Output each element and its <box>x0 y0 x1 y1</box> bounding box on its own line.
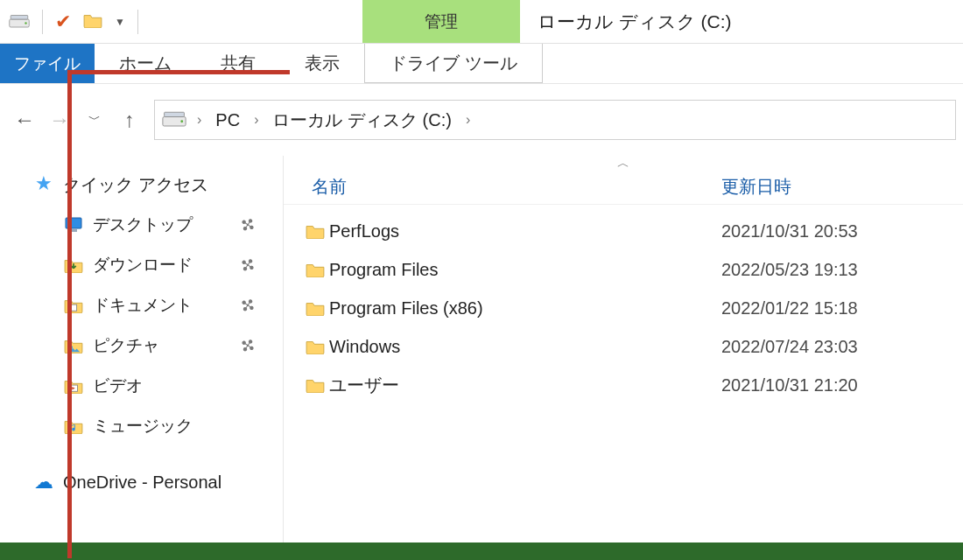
properties-icon[interactable]: ✔ <box>55 12 71 32</box>
folder-icon <box>284 223 329 239</box>
qat-dropdown-icon[interactable]: ▼ <box>115 16 125 28</box>
recent-locations-button[interactable]: ﹀ <box>77 112 112 128</box>
back-button[interactable]: ← <box>7 108 42 132</box>
tree-onedrive[interactable]: ☁ OneDrive - Personal <box>0 462 283 502</box>
file-date: 2021/10/31 21:20 <box>721 375 963 396</box>
main-area: ★ クイック アクセス デスクトップ ✣ ダウンロード ✣ ドキュメント ✣ ピ… <box>0 156 963 542</box>
separator <box>137 10 138 34</box>
file-date: 2021/10/31 20:53 <box>721 221 963 242</box>
file-row[interactable]: Program Files 2022/05/23 19:13 <box>284 250 963 289</box>
svg-rect-7 <box>70 229 77 232</box>
ribbon-tabs: ファイル ホーム 共有 表示 ドライブ ツール <box>0 44 963 84</box>
file-date: 2022/01/22 15:18 <box>721 298 963 318</box>
folder-icon <box>284 262 329 277</box>
documents-icon <box>63 296 84 315</box>
tree-label: クイック アクセス <box>63 173 208 197</box>
svg-rect-6 <box>66 218 81 228</box>
pin-icon: ✣ <box>235 332 260 358</box>
tree-label: ビデオ <box>93 374 143 397</box>
window-title: ローカル ディスク (C:) <box>520 0 963 43</box>
file-name: Windows <box>329 337 721 357</box>
breadcrumb-pc[interactable]: PC <box>210 110 245 130</box>
bottom-bar <box>0 542 963 560</box>
svg-rect-8 <box>70 304 76 311</box>
folder-icon <box>284 377 329 393</box>
downloads-icon <box>63 256 84 275</box>
tree-label: ドキュメント <box>93 294 193 317</box>
file-row[interactable]: PerfLogs 2021/10/31 20:53 <box>284 212 963 250</box>
context-tab-manage[interactable]: 管理 <box>362 0 520 43</box>
drive-icon <box>160 110 188 130</box>
tree-quick-access[interactable]: ★ クイック アクセス <box>0 164 283 205</box>
navigation-tree: ★ クイック アクセス デスクトップ ✣ ダウンロード ✣ ドキュメント ✣ ピ… <box>0 156 284 542</box>
file-name: Program Files <box>329 260 721 280</box>
breadcrumb[interactable]: › PC › ローカル ディスク (C:) › <box>154 100 956 140</box>
svg-point-1 <box>25 22 26 24</box>
forward-button[interactable]: → <box>42 108 77 132</box>
file-name: ユーザー <box>329 374 721 397</box>
tree-downloads[interactable]: ダウンロード ✣ <box>0 245 283 285</box>
tree-label: ダウンロード <box>93 254 193 276</box>
pictures-icon <box>63 336 84 355</box>
folder-icon <box>284 339 329 354</box>
tab-home[interactable]: ホーム <box>95 44 196 83</box>
breadcrumb-drive[interactable]: ローカル ディスク (C:) <box>267 108 456 132</box>
quick-access-toolbar: ✔ ▼ <box>0 0 147 43</box>
svg-rect-2 <box>11 15 28 19</box>
tree-videos[interactable]: ビデオ <box>0 366 283 406</box>
folder-icon[interactable] <box>83 12 102 31</box>
file-rows: PerfLogs 2021/10/31 20:53 Program Files … <box>284 205 963 404</box>
tree-label: ピクチャ <box>93 334 159 357</box>
file-row[interactable]: Program Files (x86) 2022/01/22 15:18 <box>284 289 963 327</box>
tab-drive-tools[interactable]: ドライブ ツール <box>364 44 543 83</box>
pin-icon: ✣ <box>235 252 260 277</box>
pin-icon: ✣ <box>235 292 260 318</box>
file-date: 2022/05/23 19:13 <box>721 260 963 280</box>
tree-music[interactable]: ミュージック <box>0 406 283 446</box>
column-name[interactable]: 名前 <box>284 175 721 199</box>
folder-icon <box>284 300 329 316</box>
tree-label: ミュージック <box>93 415 193 438</box>
column-date[interactable]: 更新日時 <box>721 175 963 199</box>
chevron-right-icon[interactable]: › <box>193 112 205 128</box>
videos-icon <box>63 376 84 396</box>
tab-view[interactable]: 表示 <box>280 44 364 83</box>
drive-icon <box>9 12 30 32</box>
navigation-bar: ← → ﹀ ↑ › PC › ローカル ディスク (C:) › <box>0 84 963 156</box>
music-icon <box>63 416 84 436</box>
file-list: ︿ 名前 更新日時 PerfLogs 2021/10/31 20:53 Prog… <box>284 156 963 542</box>
pin-icon: ✣ <box>235 212 260 237</box>
file-name: PerfLogs <box>329 221 721 242</box>
title-bar: ✔ ▼ 管理 ローカル ディスク (C:) <box>0 0 963 44</box>
tab-file[interactable]: ファイル <box>0 44 95 83</box>
file-date: 2022/07/24 23:03 <box>721 337 963 357</box>
chevron-right-icon[interactable]: › <box>250 112 262 128</box>
tree-label: OneDrive - Personal <box>63 472 221 493</box>
file-row[interactable]: Windows 2022/07/24 23:03 <box>284 327 963 366</box>
separator <box>42 10 43 34</box>
svg-rect-5 <box>165 112 185 116</box>
cloud-icon: ☁ <box>33 472 54 492</box>
file-row[interactable]: ユーザー 2021/10/31 21:20 <box>284 366 963 404</box>
svg-point-9 <box>70 346 74 349</box>
tab-share[interactable]: 共有 <box>196 44 280 83</box>
tree-desktop[interactable]: デスクトップ ✣ <box>0 205 283 245</box>
tree-documents[interactable]: ドキュメント ✣ <box>0 285 283 326</box>
tree-pictures[interactable]: ピクチャ ✣ <box>0 326 283 366</box>
chevron-right-icon[interactable]: › <box>462 112 474 128</box>
star-icon: ★ <box>33 174 54 193</box>
desktop-icon <box>63 215 84 234</box>
column-headers: 名前 更新日時 <box>284 170 963 205</box>
tree-label: デスクトップ <box>93 214 193 236</box>
svg-point-4 <box>180 120 183 122</box>
up-button[interactable]: ↑ <box>112 108 147 132</box>
collapse-chevron-icon[interactable]: ︿ <box>284 156 963 170</box>
file-name: Program Files (x86) <box>329 298 721 318</box>
